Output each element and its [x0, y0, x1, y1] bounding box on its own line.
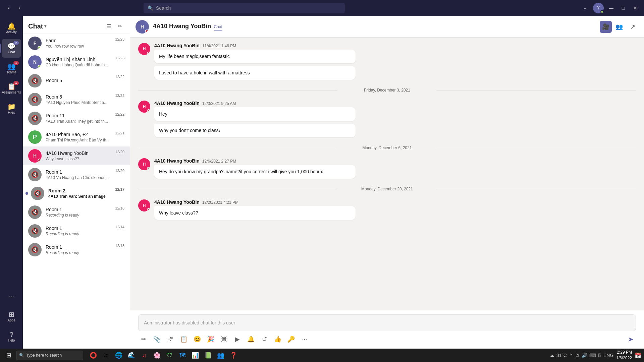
weather-icon: ☁	[550, 353, 554, 358]
list-item[interactable]: 🔇 Room 5 4A10 Nguyen Phuc Minh: Sent a..…	[23, 90, 130, 109]
message-time: 12/6/2021 2:27 PM	[202, 159, 236, 164]
date-divider: Monday, December 6, 2021	[138, 145, 636, 150]
status-indicator	[145, 29, 149, 34]
list-item[interactable]: 🔇 Room 1 4A10 Vu Hoang Lan Chi: ok enou.…	[23, 165, 130, 184]
chat-input-toolbar: ✏ 📎 🖇 📋 😊 🎉 🖼 ▶ 🔔 ↺ 👍 🔑 ··· ➤	[138, 331, 636, 345]
main-container: 🔔 Activity 💬 Chat 2 👥 Teams ● 📋 Assignme…	[0, 16, 644, 349]
like-button[interactable]: 👍	[272, 334, 283, 345]
more-icon: ···	[9, 293, 14, 300]
taskbar-taskview[interactable]: 🗂	[100, 349, 112, 361]
sticker-button[interactable]: 🎉	[205, 334, 216, 345]
sidebar-item-teams[interactable]: 👥 Teams ●	[2, 59, 21, 78]
message-bubble: Why leave class??	[154, 206, 356, 220]
list-item[interactable]: 🔇 Room 1 Recording is ready 12/14	[23, 222, 130, 240]
back-button[interactable]: ‹	[4, 3, 13, 13]
emoji-button[interactable]: 😊	[192, 334, 203, 345]
send-button[interactable]: ➤	[625, 334, 636, 345]
alert-button[interactable]: 🔔	[246, 334, 256, 345]
sidebar-item-assignments-label: Assignments	[2, 90, 21, 94]
people-button[interactable]: 👥	[613, 21, 625, 33]
list-item[interactable]: N Nguyễn Thị Khánh Linh Cô khen Hoàng Qu…	[23, 53, 130, 71]
chat-preview: 4A10 Vu Hoang Lan Chi: ok enou...	[46, 175, 111, 180]
minimize-button[interactable]: —	[606, 3, 616, 13]
more-toolbar-button[interactable]: ···	[299, 334, 310, 345]
search-input[interactable]	[156, 5, 341, 11]
message-stack: Why leave class??	[154, 206, 636, 220]
avatar: N	[28, 55, 42, 69]
taskbar-chrome[interactable]: 🌐	[113, 349, 125, 361]
new-chat-button[interactable]: ✏	[115, 21, 124, 31]
chat-main: H 4A10 Hwang YooBin Chat 🎥 👥 ↗ H	[130, 16, 644, 349]
message-header: 4A10 Hwang YooBin 12/20/2021 4:21 PM	[154, 199, 636, 205]
list-item[interactable]: 🔇 Room 1 Recording is ready 12/13	[23, 240, 130, 259]
message-bubble: Hey do you know my grandpa's name?if you…	[154, 165, 356, 179]
list-item[interactable]: 🔇 Room 11 4A10 Tran Xuan: They get into …	[23, 109, 130, 128]
search-bar[interactable]: 🔍	[144, 3, 345, 13]
chat-time: 12/23	[115, 37, 124, 41]
sidebar-item-chat[interactable]: 💬 Chat 2	[2, 39, 21, 58]
chat-header-actions: 🎥 👥 ↗	[600, 21, 639, 33]
message-bubble: Hey	[154, 107, 356, 121]
list-item[interactable]: P 4A10 Pham Bao, +2 Phạm Thị Phương Anh:…	[23, 128, 130, 146]
close-button[interactable]: ✕	[631, 3, 640, 13]
taskbar-search-icon: 🔍	[19, 353, 24, 358]
user-avatar[interactable]: Y	[593, 3, 604, 13]
mute-icon: 🔇	[31, 227, 39, 235]
chat-info: Room 1 Recording is ready	[46, 244, 111, 255]
chat-info: Room 5 4A10 Nguyen Phuc Minh: Sent a...	[46, 94, 111, 105]
more-button[interactable]: ···	[581, 3, 590, 13]
status-indicator	[38, 65, 42, 69]
chat-time: 12/16	[115, 205, 124, 210]
list-item[interactable]: H 4A10 Hwang YooBin Why leave class?? 12…	[23, 146, 130, 165]
taskbar-help[interactable]: ❓	[227, 349, 239, 361]
chat-preview: 4A10 Tran Xuan: They get into th...	[46, 119, 111, 124]
message-content: 4A10 Hwang YooBin 12/6/2021 2:27 PM Hey …	[154, 158, 636, 179]
gif-button[interactable]: 🖼	[219, 334, 229, 345]
avatar: H	[138, 199, 150, 212]
taskbar-maps[interactable]: 🗺	[176, 349, 189, 361]
taskbar-right: ☁ 31°C ⌃ 🖥 🔊 ⌨ 𝔹 ENG 2:29 PM 1/6/2022 📅	[550, 350, 641, 361]
sidebar-item-activity[interactable]: 🔔 Activity	[2, 19, 21, 38]
sidebar-item-assignments[interactable]: 📋 Assignments ●	[2, 79, 21, 98]
sidebar-item-more[interactable]: ···	[2, 287, 21, 306]
filter-button[interactable]: ☰	[104, 21, 114, 31]
key-button[interactable]: 🔑	[286, 334, 297, 345]
taskbar-teams[interactable]: 👥	[215, 349, 227, 361]
forward-button[interactable]: ›	[15, 3, 24, 13]
attach-button[interactable]: 📎	[152, 334, 162, 345]
start-button[interactable]: ⊞	[3, 349, 15, 361]
activity-icon: 🔔	[7, 23, 16, 29]
taskbar-app5[interactable]: 🌸	[151, 349, 163, 361]
list-item[interactable]: 🔇 Room 5 12/22	[23, 71, 130, 90]
title-bar: ‹ › 🔍 ··· Y — □ ✕	[0, 0, 644, 16]
open-in-new-button[interactable]: ↗	[627, 21, 639, 33]
list-item[interactable]: 🔇 Room 1 Recording is ready 12/16	[23, 203, 130, 222]
taskbar-search[interactable]: 🔍 Type here to search	[16, 351, 83, 360]
video-call-button[interactable]: 🎥	[600, 21, 612, 33]
avatar: 🔇	[28, 224, 42, 238]
list-item[interactable]: 🔇 Room 2 4A10 Tran Van: Sent an image 12…	[23, 184, 130, 203]
network-icon: 🖥	[575, 353, 580, 358]
attach2-button[interactable]: 🖇	[165, 334, 176, 345]
expand-icon[interactable]: ⌃	[569, 353, 573, 358]
sidebar-item-files[interactable]: 📁 Files	[2, 99, 21, 118]
chat-name: Farm	[46, 38, 111, 43]
taskbar-music[interactable]: ♫	[138, 349, 150, 361]
chat-info: Room 2 4A10 Tran Van: Sent an image	[48, 188, 111, 199]
taskbar-edge[interactable]: 🌊	[125, 349, 138, 361]
loop-button[interactable]: ↺	[259, 334, 270, 345]
taskbar-excel[interactable]: 📗	[202, 349, 214, 361]
list-item[interactable]: F Farm You: row row row row 12/23	[23, 34, 130, 53]
taskbar-vpn[interactable]: 🛡	[164, 349, 176, 361]
notification-icon[interactable]: 📅	[635, 352, 641, 359]
copy-button[interactable]: 📋	[178, 334, 189, 345]
taskbar-ppt[interactable]: 📊	[189, 349, 201, 361]
sidebar-item-apps[interactable]: ⊞ Apps	[2, 307, 21, 326]
play-button[interactable]: ▶	[232, 334, 243, 345]
format-button[interactable]: ✏	[138, 334, 149, 345]
sidebar-item-help[interactable]: ? Help	[2, 327, 21, 346]
chat-list-title[interactable]: Chat ▾	[28, 22, 46, 30]
taskbar-cortana[interactable]: ⭕	[87, 349, 99, 361]
sidebar-item-chat-label: Chat	[8, 50, 15, 54]
maximize-button[interactable]: □	[619, 3, 628, 13]
